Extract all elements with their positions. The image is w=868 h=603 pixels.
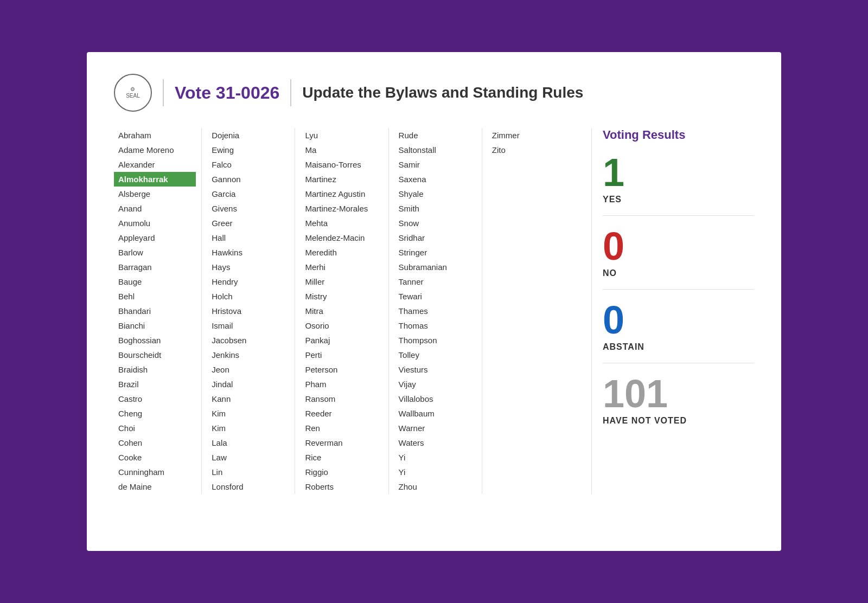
name-item[interactable]: Melendez-Macin xyxy=(301,230,382,245)
name-item[interactable]: Smith xyxy=(394,201,476,216)
name-item[interactable]: Ewing xyxy=(207,143,289,157)
name-item[interactable]: Bianchi xyxy=(114,318,196,333)
name-item[interactable]: Ren xyxy=(301,421,382,435)
name-item[interactable]: Villalobos xyxy=(394,392,476,406)
name-item[interactable]: Hays xyxy=(207,260,289,274)
name-item[interactable]: Osorio xyxy=(301,318,382,333)
name-item[interactable]: Tanner xyxy=(394,274,476,289)
name-item[interactable]: Wallbaum xyxy=(394,406,476,421)
name-item[interactable]: Saxena xyxy=(394,172,476,187)
name-item[interactable]: Perti xyxy=(301,348,382,362)
name-item[interactable]: Maisano-Torres xyxy=(301,157,382,172)
name-item[interactable]: Appleyard xyxy=(114,230,196,245)
name-item[interactable]: Hawkins xyxy=(207,245,289,260)
name-item[interactable]: Alexander xyxy=(114,157,196,172)
name-item[interactable]: Saltonstall xyxy=(394,143,476,157)
name-item[interactable]: Warner xyxy=(394,421,476,435)
name-item[interactable]: Dojenia xyxy=(207,128,289,143)
name-item[interactable]: Samir xyxy=(394,157,476,172)
name-item[interactable]: Alsberge xyxy=(114,187,196,201)
name-item[interactable]: Kann xyxy=(207,392,289,406)
name-item[interactable]: Law xyxy=(207,450,289,465)
name-item[interactable]: Zimmer xyxy=(488,128,570,143)
name-item[interactable]: Pham xyxy=(301,377,382,392)
name-item[interactable]: Kim xyxy=(207,421,289,435)
name-item[interactable]: Yi xyxy=(394,465,476,479)
name-item[interactable]: Merhi xyxy=(301,260,382,274)
name-item[interactable]: Peterson xyxy=(301,362,382,377)
name-item[interactable]: Reeder xyxy=(301,406,382,421)
name-item[interactable]: Reverman xyxy=(301,435,382,450)
name-item[interactable]: Rice xyxy=(301,450,382,465)
name-item[interactable]: Snow xyxy=(394,216,476,230)
name-item[interactable]: Vijay xyxy=(394,377,476,392)
name-item[interactable]: Subramanian xyxy=(394,260,476,274)
name-item[interactable]: Mehta xyxy=(301,216,382,230)
name-item[interactable]: Mitra xyxy=(301,304,382,318)
name-item[interactable]: Barragan xyxy=(114,260,196,274)
name-item[interactable]: Roberts xyxy=(301,479,382,494)
name-item[interactable]: Lonsford xyxy=(207,479,289,494)
name-item[interactable]: Jeon xyxy=(207,362,289,377)
name-item[interactable]: Stringer xyxy=(394,245,476,260)
name-item[interactable]: Martinez xyxy=(301,172,382,187)
name-item[interactable]: Hall xyxy=(207,230,289,245)
name-item[interactable]: Viesturs xyxy=(394,362,476,377)
name-item[interactable]: Anumolu xyxy=(114,216,196,230)
name-item[interactable]: Choi xyxy=(114,421,196,435)
name-item[interactable]: Gannon xyxy=(207,172,289,187)
name-item[interactable]: Jindal xyxy=(207,377,289,392)
name-item[interactable]: Brazil xyxy=(114,377,196,392)
name-item[interactable]: Behl xyxy=(114,289,196,304)
name-item[interactable]: Hendry xyxy=(207,274,289,289)
name-item[interactable]: Sridhar xyxy=(394,230,476,245)
name-item[interactable]: Castro xyxy=(114,392,196,406)
name-item[interactable]: Pankaj xyxy=(301,333,382,348)
name-item[interactable]: Cooke xyxy=(114,450,196,465)
name-item[interactable]: Barlow xyxy=(114,245,196,260)
name-item[interactable]: Mistry xyxy=(301,289,382,304)
name-item[interactable]: Boghossian xyxy=(114,333,196,348)
name-item[interactable]: Martinez-Morales xyxy=(301,201,382,216)
name-item[interactable]: Tolley xyxy=(394,348,476,362)
name-item[interactable]: Tewari xyxy=(394,289,476,304)
name-item[interactable]: Ransom xyxy=(301,392,382,406)
name-item[interactable]: Cohen xyxy=(114,435,196,450)
name-item[interactable]: Garcia xyxy=(207,187,289,201)
name-item[interactable]: Abraham xyxy=(114,128,196,143)
name-item[interactable]: Zhou xyxy=(394,479,476,494)
name-item[interactable]: Bhandari xyxy=(114,304,196,318)
name-item[interactable]: Cunningham xyxy=(114,465,196,479)
name-item[interactable]: Holch xyxy=(207,289,289,304)
name-item[interactable]: Martinez Agustin xyxy=(301,187,382,201)
name-item[interactable]: Bourscheidt xyxy=(114,348,196,362)
name-item[interactable]: Lyu xyxy=(301,128,382,143)
name-item[interactable]: Miller xyxy=(301,274,382,289)
name-item[interactable]: Almokharrak xyxy=(114,172,196,187)
name-item[interactable]: Anand xyxy=(114,201,196,216)
name-item[interactable]: Thompson xyxy=(394,333,476,348)
name-item[interactable]: Falco xyxy=(207,157,289,172)
name-item[interactable]: Rude xyxy=(394,128,476,143)
name-item[interactable]: Thomas xyxy=(394,318,476,333)
name-item[interactable]: de Maine xyxy=(114,479,196,494)
name-item[interactable]: Bauge xyxy=(114,274,196,289)
name-item[interactable]: Lin xyxy=(207,465,289,479)
name-item[interactable]: Riggio xyxy=(301,465,382,479)
name-item[interactable]: Cheng xyxy=(114,406,196,421)
name-item[interactable]: Shyale xyxy=(394,187,476,201)
name-item[interactable]: Kim xyxy=(207,406,289,421)
name-item[interactable]: Waters xyxy=(394,435,476,450)
name-item[interactable]: Jacobsen xyxy=(207,333,289,348)
name-item[interactable]: Yi xyxy=(394,450,476,465)
name-item[interactable]: Braidish xyxy=(114,362,196,377)
name-item[interactable]: Givens xyxy=(207,201,289,216)
name-item[interactable]: Adame Moreno xyxy=(114,143,196,157)
name-item[interactable]: Meredith xyxy=(301,245,382,260)
name-item[interactable]: Greer xyxy=(207,216,289,230)
name-item[interactable]: Ma xyxy=(301,143,382,157)
name-item[interactable]: Jenkins xyxy=(207,348,289,362)
name-item[interactable]: Thames xyxy=(394,304,476,318)
name-item[interactable]: Zito xyxy=(488,143,570,157)
name-item[interactable]: Ismail xyxy=(207,318,289,333)
